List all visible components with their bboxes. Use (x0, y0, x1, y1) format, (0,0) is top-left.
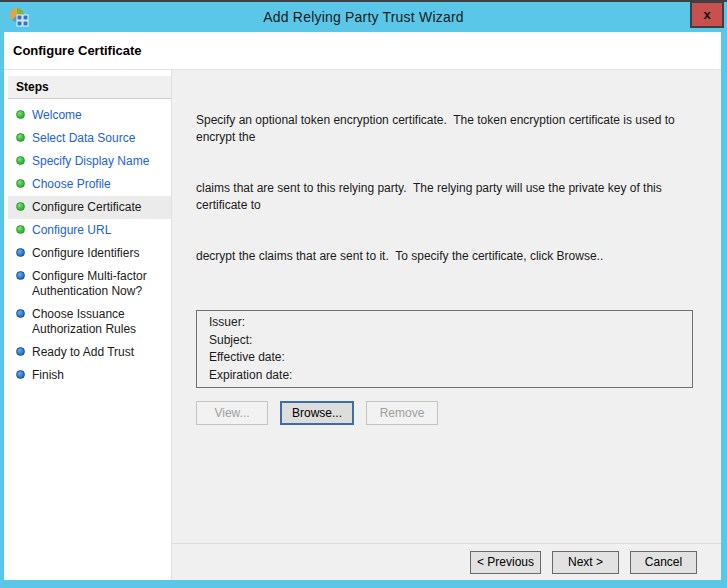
sidebar-step-configure-url[interactable]: Configure URL (4, 219, 171, 242)
step-pending-icon (16, 370, 25, 379)
step-completed-icon (16, 202, 25, 211)
wizard-window: Add Relying Party Trust Wizard x Configu… (0, 0, 727, 588)
sidebar-step-finish: Finish (4, 364, 171, 387)
sidebar-step-configure-mfa: Configure Multi-factor Authentication No… (4, 265, 171, 303)
page-content: Specify an optional token encryption cer… (172, 70, 721, 580)
sidebar-step-specify-display-name[interactable]: Specify Display Name (4, 150, 171, 173)
step-completed-icon (16, 179, 25, 188)
step-pending-icon (16, 248, 25, 257)
sidebar-step-welcome[interactable]: Welcome (4, 104, 171, 127)
remove-button: Remove (366, 401, 438, 425)
step-completed-icon (16, 133, 25, 142)
effective-date-label: Effective date: (209, 350, 285, 365)
steps-sidebar: Steps Welcome Select Data Source Specify… (4, 70, 172, 580)
wizard-navigation: < Previous Next > Cancel (172, 543, 721, 580)
certificate-actions: View... Browse... Remove (196, 401, 697, 425)
sidebar-step-choose-profile[interactable]: Choose Profile (4, 173, 171, 196)
sidebar-step-configure-identifiers: Configure Identifiers (4, 242, 171, 265)
step-pending-icon (16, 347, 25, 356)
close-icon[interactable]: x (690, 1, 724, 28)
dialog-body: Configure Certificate Steps Welcome Sele… (4, 32, 721, 580)
certificate-expiration-date-row: Expiration date: (209, 368, 680, 383)
step-completed-icon (16, 225, 25, 234)
certificate-effective-date-row: Effective date: (209, 350, 680, 365)
sidebar-step-select-data-source[interactable]: Select Data Source (4, 127, 171, 150)
sidebar-step-ready-to-add-trust: Ready to Add Trust (4, 341, 171, 364)
steps-header: Steps (8, 76, 171, 99)
page-description: Specify an optional token encryption cer… (196, 78, 697, 299)
sidebar-step-choose-issuance-rules: Choose Issuance Authorization Rules (4, 303, 171, 341)
certificate-subject-row: Subject: (209, 333, 680, 348)
next-button[interactable]: Next > (552, 551, 619, 574)
browse-button[interactable]: Browse... (280, 401, 354, 425)
previous-button[interactable]: < Previous (470, 551, 541, 574)
certificate-issuer-row: Issuer: (209, 315, 680, 330)
page-title: Configure Certificate (13, 43, 142, 58)
steps-list: Welcome Select Data Source Specify Displ… (4, 99, 171, 387)
page-header: Configure Certificate (4, 32, 721, 70)
expiration-date-label: Expiration date: (209, 368, 292, 383)
sidebar-step-configure-certificate: Configure Certificate (8, 196, 171, 219)
view-button: View... (196, 401, 268, 425)
window-title: Add Relying Party Trust Wizard (0, 9, 727, 25)
step-pending-icon (16, 271, 25, 280)
step-completed-icon (16, 110, 25, 119)
subject-label: Subject: (209, 333, 252, 348)
titlebar: Add Relying Party Trust Wizard x (0, 2, 727, 32)
cancel-button[interactable]: Cancel (630, 551, 697, 574)
adfs-wizard-icon (8, 6, 30, 28)
certificate-details-box: Issuer: Subject: Effective date: Expirat… (196, 310, 693, 388)
step-pending-icon (16, 309, 25, 318)
issuer-label: Issuer: (209, 315, 245, 330)
step-completed-icon (16, 156, 25, 165)
